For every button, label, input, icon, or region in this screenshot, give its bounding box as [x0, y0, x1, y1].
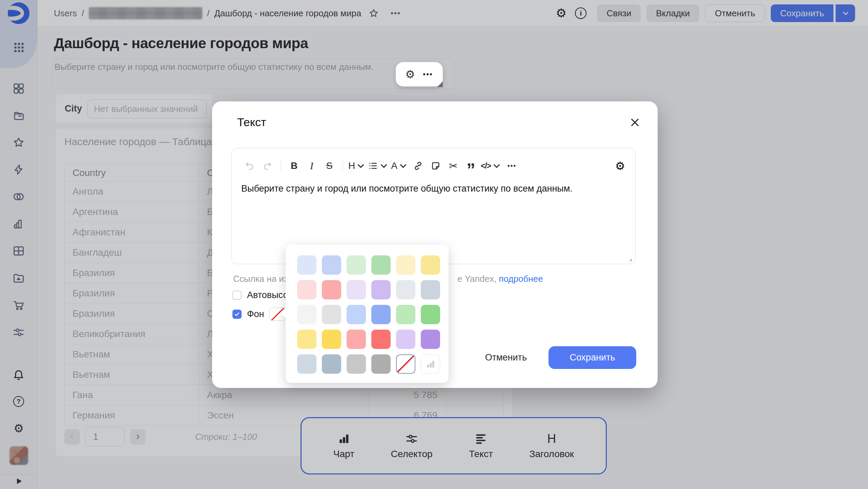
modal-title: Текст — [237, 116, 266, 129]
palette-chart-option[interactable] — [421, 354, 440, 374]
palette-color[interactable] — [297, 255, 316, 275]
palette-color[interactable] — [297, 354, 316, 374]
modal-footer: Отменить Сохранить — [485, 346, 636, 369]
modal-cancel-button[interactable]: Отменить — [485, 352, 527, 363]
blockquote-icon[interactable]: ” — [463, 157, 479, 175]
palette-color[interactable] — [347, 305, 366, 324]
palette-color[interactable] — [347, 255, 366, 275]
strikethrough-button[interactable]: S — [322, 157, 337, 175]
more-tools-dots-icon[interactable] — [504, 157, 519, 175]
background-checkbox[interactable] — [232, 310, 242, 319]
close-icon[interactable] — [629, 117, 640, 128]
modal-save-button[interactable]: Сохранить — [549, 346, 636, 369]
palette-color[interactable] — [371, 330, 391, 349]
palette-color[interactable] — [371, 280, 391, 299]
palette-color[interactable] — [396, 305, 415, 324]
undo-icon[interactable] — [242, 157, 257, 175]
palette-grid — [297, 255, 440, 374]
redo-icon[interactable] — [260, 157, 275, 175]
widget-resize-handle[interactable] — [437, 81, 443, 87]
palette-color[interactable] — [347, 354, 366, 374]
toolbar-divider — [281, 160, 281, 172]
background-label: Фон — [247, 309, 264, 319]
autoheight-checkbox[interactable] — [232, 291, 242, 300]
italic-button[interactable]: I — [304, 157, 319, 175]
text-color-dropdown-button[interactable]: A — [391, 157, 408, 175]
widget-settings-gear-icon[interactable]: ⚙ — [405, 69, 415, 80]
datalens-dashboard-edit-screen: ? ⚙ Users / / Дашборд - население городо… — [0, 0, 868, 489]
background-row: Фон — [232, 308, 286, 321]
heading-dropdown-button[interactable]: H — [348, 157, 366, 175]
widget-actions-panel: ⚙ — [396, 62, 443, 86]
palette-color[interactable] — [322, 305, 341, 324]
editor-text-content[interactable]: Выберите страну и город или посмотрите о… — [241, 182, 626, 195]
palette-color[interactable] — [347, 330, 366, 349]
more-details-link[interactable]: подробнее — [499, 274, 543, 284]
chart-icon — [426, 359, 436, 369]
editor-settings-gear-icon[interactable]: ⚙ — [615, 160, 625, 172]
palette-color[interactable] — [396, 280, 415, 299]
palette-color[interactable] — [371, 354, 391, 374]
palette-color[interactable] — [297, 280, 316, 299]
palette-color[interactable] — [421, 330, 440, 349]
link-icon[interactable] — [410, 157, 426, 175]
palette-color[interactable] — [371, 305, 391, 324]
widget-menu-dots-icon[interactable] — [422, 69, 433, 80]
editor-resize-handle[interactable] — [626, 256, 633, 262]
palette-color[interactable] — [347, 280, 366, 299]
palette-color[interactable] — [371, 255, 391, 275]
palette-color[interactable] — [396, 255, 415, 275]
editor-toolbar: B I S H A ✂ ” </> ⚙ — [242, 154, 625, 177]
palette-color[interactable] — [322, 330, 341, 349]
palette-color[interactable] — [322, 280, 341, 299]
palette-color[interactable] — [396, 330, 415, 349]
toolbar-divider — [343, 160, 343, 172]
hint-right-fragment: е Yandex, подробнее — [457, 274, 543, 284]
palette-color[interactable] — [421, 280, 440, 299]
palette-color[interactable] — [421, 305, 440, 324]
bold-button[interactable]: B — [286, 157, 302, 175]
hint-left-fragment: Ссылка на из — [233, 274, 288, 284]
palette-color[interactable] — [421, 255, 440, 275]
palette-color[interactable] — [297, 330, 316, 349]
palette-color[interactable] — [297, 305, 316, 324]
palette-no-color-selected[interactable] — [396, 354, 415, 374]
color-palette-popup — [286, 244, 449, 383]
list-dropdown-button[interactable] — [368, 157, 389, 175]
palette-color[interactable] — [322, 354, 341, 374]
note-icon[interactable] — [428, 157, 443, 175]
palette-color[interactable] — [322, 255, 341, 275]
cut-scissors-icon[interactable]: ✂ — [446, 157, 461, 175]
code-dropdown-button[interactable]: </> — [481, 157, 502, 175]
